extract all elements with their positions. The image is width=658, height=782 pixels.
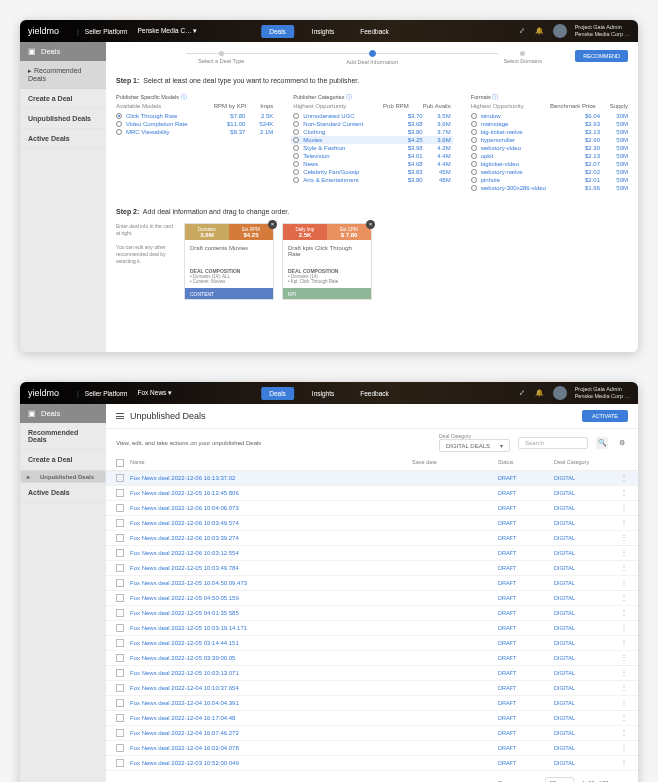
expand-icon[interactable]: ⤢ bbox=[517, 388, 527, 398]
radio-icon[interactable] bbox=[293, 161, 299, 167]
deal-name[interactable]: Fox News deal 2022-12-06 10:03:39.274 bbox=[130, 535, 406, 541]
row-actions-icon[interactable]: ⋮ bbox=[620, 520, 628, 526]
row-checkbox[interactable] bbox=[116, 549, 124, 557]
radio-icon[interactable] bbox=[471, 177, 477, 183]
deal-name[interactable]: Fox News deal 2022-12-04 16:02:04.078 bbox=[130, 745, 406, 751]
table-row[interactable]: Fox News deal 2022-12-04 16:17:04.48 DRA… bbox=[106, 711, 638, 726]
table-row[interactable]: Fox News deal 2022-12-05 10:04:50:09.473… bbox=[106, 576, 638, 591]
client-selector[interactable]: Fox News ▾ bbox=[137, 389, 172, 397]
row-actions-icon[interactable]: ⋮ bbox=[620, 760, 628, 766]
row-actions-icon[interactable]: ⋮ bbox=[620, 730, 628, 736]
deal-name[interactable]: Fox News deal 2022-12-03 10:52:00.049 bbox=[130, 760, 406, 766]
radio-icon[interactable] bbox=[293, 145, 299, 151]
row-checkbox[interactable] bbox=[116, 759, 124, 767]
table-row[interactable]: Fox News deal 2022-12-05 10:03:13.071 DR… bbox=[106, 666, 638, 681]
nav-deals[interactable]: Deals bbox=[261, 25, 294, 38]
client-selector[interactable]: Penske Media C… ▾ bbox=[137, 27, 197, 35]
sidebar-item-recommended[interactable]: Recommended Deals bbox=[20, 423, 106, 450]
category-select[interactable]: DIGITAL DEALS▾ bbox=[439, 439, 510, 452]
deal-type-row[interactable]: big-ticket-native$3.1350M bbox=[471, 128, 628, 136]
table-row[interactable]: Fox News deal 2022-12-04 16:07:46.272 DR… bbox=[106, 726, 638, 741]
row-checkbox[interactable] bbox=[116, 609, 124, 617]
radio-icon[interactable] bbox=[471, 145, 477, 151]
deal-name[interactable]: Fox News deal 2022-12-05 04:50:05.159 bbox=[130, 595, 406, 601]
deal-type-row[interactable]: Celebrity Fan/Gossip$3.8345M bbox=[293, 168, 450, 176]
close-icon[interactable]: × bbox=[268, 220, 277, 229]
radio-icon[interactable] bbox=[471, 121, 477, 127]
row-checkbox[interactable] bbox=[116, 744, 124, 752]
row-checkbox[interactable] bbox=[116, 489, 124, 497]
settings-icon[interactable]: ⚙ bbox=[616, 437, 628, 449]
table-row[interactable]: Fox News deal 2022-12-06 10:04:06.073 DR… bbox=[106, 501, 638, 516]
row-actions-icon[interactable]: ⋮ bbox=[620, 565, 628, 571]
deal-name[interactable]: Fox News deal 2022-12-05 10:04:50:09.473 bbox=[130, 580, 406, 586]
row-checkbox[interactable] bbox=[116, 594, 124, 602]
deal-type-row[interactable]: News$4.684.4M bbox=[293, 160, 450, 168]
deal-name[interactable]: Fox News deal 2022-12-06 10:03:49.574 bbox=[130, 520, 406, 526]
deal-type-row[interactable]: Style & Fashion$3.984.2M bbox=[293, 144, 450, 152]
row-actions-icon[interactable]: ⋮ bbox=[620, 685, 628, 691]
table-row[interactable]: Fox News deal 2022-12-06 16:13:37.02 DRA… bbox=[106, 471, 638, 486]
deal-type-row[interactable]: Click Through Rate$7.802.5K bbox=[116, 112, 273, 120]
deal-type-row[interactable]: hyperscroller$2.9050M bbox=[471, 136, 628, 144]
table-row[interactable]: Fox News deal 2022-12-05 16:12:45.806 DR… bbox=[106, 486, 638, 501]
nav-insights[interactable]: Insights bbox=[304, 387, 342, 400]
row-actions-icon[interactable]: ⋮ bbox=[620, 625, 628, 631]
deal-type-row[interactable]: pinhole$2.0150M bbox=[471, 176, 628, 184]
deal-type-row[interactable]: Clothing$3.803.7M bbox=[293, 128, 450, 136]
row-checkbox[interactable] bbox=[116, 504, 124, 512]
table-row[interactable]: Fox News deal 2022-12-05 04:50:05.159 DR… bbox=[106, 591, 638, 606]
expand-icon[interactable]: ⤢ bbox=[517, 26, 527, 36]
radio-icon[interactable] bbox=[293, 129, 299, 135]
row-actions-icon[interactable]: ⋮ bbox=[620, 490, 628, 496]
nav-deals[interactable]: Deals bbox=[261, 387, 294, 400]
row-checkbox[interactable] bbox=[116, 714, 124, 722]
deal-name[interactable]: Fox News deal 2022-12-04 10:10:37.654 bbox=[130, 685, 406, 691]
deal-card-content[interactable]: × Domains3.6MEst RPM$4.25 Draft contents… bbox=[184, 223, 274, 300]
activate-button[interactable]: ACTIVATE bbox=[582, 410, 628, 422]
radio-icon[interactable] bbox=[471, 129, 477, 135]
row-actions-icon[interactable]: ⋮ bbox=[620, 700, 628, 706]
avatar[interactable] bbox=[553, 24, 567, 38]
recommend-button[interactable]: RECOMMEND bbox=[575, 50, 628, 62]
row-checkbox[interactable] bbox=[116, 519, 124, 527]
row-checkbox[interactable] bbox=[116, 579, 124, 587]
radio-icon[interactable] bbox=[116, 129, 122, 135]
sidebar-item-create[interactable]: Create a Deal bbox=[20, 450, 106, 470]
radio-icon[interactable] bbox=[471, 161, 477, 167]
deal-name[interactable]: Fox News deal 2022-12-05 16:12:45.806 bbox=[130, 490, 406, 496]
row-checkbox[interactable] bbox=[116, 654, 124, 662]
deal-name[interactable]: Fox News deal 2022-12-05 03:14:44.151 bbox=[130, 640, 406, 646]
table-row[interactable]: Fox News deal 2022-12-05 03:14:44.151 DR… bbox=[106, 636, 638, 651]
table-row[interactable]: Fox News deal 2022-12-05 10:03:49.784 DR… bbox=[106, 561, 638, 576]
table-row[interactable]: Fox News deal 2022-12-04 10:04:04.391 DR… bbox=[106, 696, 638, 711]
row-actions-icon[interactable]: ⋮ bbox=[620, 655, 628, 661]
radio-icon[interactable] bbox=[116, 113, 122, 119]
row-actions-icon[interactable]: ⋮ bbox=[620, 745, 628, 751]
deal-name[interactable]: Fox News deal 2022-12-05 03:39:00.05 bbox=[130, 655, 406, 661]
radio-icon[interactable] bbox=[471, 113, 477, 119]
row-checkbox[interactable] bbox=[116, 639, 124, 647]
radio-icon[interactable] bbox=[471, 153, 477, 159]
step-2[interactable]: Add Deal Information bbox=[297, 50, 448, 65]
deal-name[interactable]: Fox News deal 2022-12-05 10:03:19:14.171 bbox=[130, 625, 406, 631]
row-actions-icon[interactable]: ⋮ bbox=[620, 670, 628, 676]
deal-type-row[interactable]: MRC Viewability$8.372.1M bbox=[116, 128, 273, 136]
row-actions-icon[interactable]: ⋮ bbox=[620, 640, 628, 646]
nav-feedback[interactable]: Feedback bbox=[352, 387, 397, 400]
sidebar-item-active[interactable]: Active Deals bbox=[20, 129, 106, 149]
col-save[interactable]: Save date bbox=[412, 459, 492, 467]
table-row[interactable]: Fox News deal 2022-12-04 16:02:04.078 DR… bbox=[106, 741, 638, 756]
col-name[interactable]: Name bbox=[130, 459, 406, 467]
deal-type-row[interactable]: webstory-300x286-video$1.9650M bbox=[471, 184, 628, 192]
row-actions-icon[interactable]: ⋮ bbox=[620, 550, 628, 556]
deal-type-row[interactable]: window$6.0430M bbox=[471, 112, 628, 120]
row-actions-icon[interactable]: ⋮ bbox=[620, 715, 628, 721]
deal-type-row[interactable]: Television$4.014.4M bbox=[293, 152, 450, 160]
col-category[interactable]: Deal Category bbox=[554, 459, 614, 467]
row-actions-icon[interactable]: ⋮ bbox=[620, 580, 628, 586]
deal-type-row[interactable]: Movies$4.253.6M bbox=[291, 136, 452, 144]
search-button[interactable]: 🔍 bbox=[596, 437, 608, 449]
sidebar-item-create[interactable]: Create a Deal bbox=[20, 89, 106, 109]
sidebar-item-unpublished[interactable]: Unpublished Deals bbox=[20, 109, 106, 129]
